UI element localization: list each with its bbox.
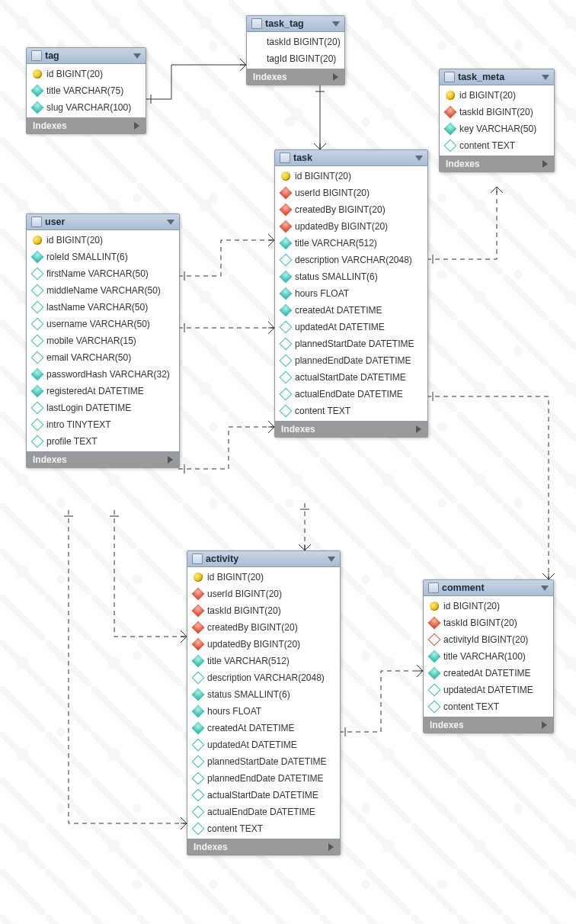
column-row[interactable]: content TEXT [187,820,340,837]
entity-header[interactable]: activity [187,551,340,567]
column-row[interactable]: taskId BIGINT(20) [247,34,344,50]
collapse-icon[interactable] [133,53,141,59]
column-row[interactable]: content TEXT [424,698,553,715]
column-text: key VARCHAR(50) [459,124,536,134]
expand-icon[interactable] [328,843,334,851]
column-row[interactable]: taskId BIGINT(20) [424,614,553,631]
column-row[interactable]: taskId BIGINT(20) [440,104,554,120]
column-row[interactable]: id BIGINT(20) [275,168,427,184]
expand-icon[interactable] [134,122,139,130]
indexes-footer[interactable]: Indexes [247,69,344,85]
indexes-footer[interactable]: Indexes [27,117,146,133]
column-row[interactable]: email VARCHAR(50) [27,349,179,366]
column-row[interactable]: activityId BIGINT(20) [424,631,553,648]
column-row[interactable]: hours FLOAT [275,285,427,302]
column-row[interactable]: title VARCHAR(512) [187,653,340,669]
column-row[interactable]: key VARCHAR(50) [440,120,554,137]
entity-task_tag[interactable]: task_tagtaskId BIGINT(20)tagId BIGINT(20… [246,15,345,85]
column-row[interactable]: userId BIGINT(20) [275,184,427,201]
column-row[interactable]: slug VARCHAR(100) [27,99,146,116]
expand-icon[interactable] [333,73,338,81]
indexes-label: Indexes [33,454,67,465]
column-row[interactable]: roleId SMALLINT(6) [27,249,179,265]
entity-header[interactable]: comment [424,580,553,596]
entity-header[interactable]: tag [27,48,146,64]
column-row[interactable]: status SMALLINT(6) [187,686,340,703]
column-row[interactable]: id BIGINT(20) [424,598,553,614]
column-row[interactable]: tagId BIGINT(20) [247,50,344,67]
column-row[interactable]: status SMALLINT(6) [275,268,427,285]
column-row[interactable]: registeredAt DATETIME [27,383,179,399]
indexes-footer[interactable]: Indexes [275,421,427,437]
column-row[interactable]: lastName VARCHAR(50) [27,299,179,316]
indexes-footer[interactable]: Indexes [27,451,179,467]
indexes-footer[interactable]: Indexes [424,717,553,733]
collapse-icon[interactable] [328,557,335,562]
column-row[interactable]: content TEXT [440,137,554,154]
entity-header[interactable]: task_meta [440,69,554,85]
column-row[interactable]: createdBy BIGINT(20) [187,619,340,636]
collapse-icon[interactable] [415,156,423,161]
column-row[interactable]: actualEndDate DATETIME [187,804,340,820]
expand-icon[interactable] [168,456,173,464]
column-row[interactable]: plannedStartDate DATETIME [187,753,340,770]
expand-icon[interactable] [542,160,548,168]
column-row[interactable]: updatedAt DATETIME [275,319,427,335]
column-row[interactable]: plannedEndDate DATETIME [187,770,340,787]
column-row[interactable]: username VARCHAR(50) [27,316,179,332]
entity-comment[interactable]: commentid BIGINT(20)taskId BIGINT(20)act… [423,579,554,733]
column-type-icon [253,54,262,63]
expand-icon[interactable] [542,721,547,729]
column-row[interactable]: actualEndDate DATETIME [275,386,427,403]
entity-task_meta[interactable]: task_metaid BIGINT(20)taskId BIGINT(20)k… [439,69,555,172]
entity-tag[interactable]: tagid BIGINT(20)title VARCHAR(75)slug VA… [26,47,146,134]
column-row[interactable]: mobile VARCHAR(15) [27,332,179,349]
column-row[interactable]: updatedAt DATETIME [424,682,553,698]
entity-task[interactable]: taskid BIGINT(20)userId BIGINT(20)create… [274,149,428,438]
column-row[interactable]: updatedBy BIGINT(20) [187,636,340,653]
column-text: plannedEndDate DATETIME [207,773,324,784]
entity-header[interactable]: task_tag [247,16,344,32]
column-row[interactable]: description VARCHAR(2048) [275,252,427,268]
indexes-footer[interactable]: Indexes [187,839,340,855]
collapse-icon[interactable] [542,75,549,80]
column-row[interactable]: lastLogin DATETIME [27,399,179,416]
column-row[interactable]: firstName VARCHAR(50) [27,265,179,282]
column-row[interactable]: id BIGINT(20) [27,66,146,82]
column-row[interactable]: title VARCHAR(100) [424,648,553,665]
column-row[interactable]: id BIGINT(20) [27,232,179,249]
column-row[interactable]: taskId BIGINT(20) [187,602,340,619]
column-text: actualEndDate DATETIME [295,389,403,399]
column-row[interactable]: id BIGINT(20) [187,569,340,586]
indexes-footer[interactable]: Indexes [440,156,554,172]
collapse-icon[interactable] [541,586,549,591]
column-row[interactable]: createdAt DATETIME [424,665,553,682]
column-row[interactable]: intro TINYTEXT [27,416,179,433]
column-row[interactable]: content TEXT [275,403,427,419]
column-row[interactable]: middleName VARCHAR(50) [27,282,179,299]
column-row[interactable]: createdAt DATETIME [275,302,427,319]
column-row[interactable]: plannedStartDate DATETIME [275,335,427,352]
column-row[interactable]: updatedAt DATETIME [187,736,340,753]
collapse-icon[interactable] [167,220,174,225]
column-row[interactable]: title VARCHAR(75) [27,82,146,99]
column-row[interactable]: plannedEndDate DATETIME [275,352,427,369]
column-row[interactable]: title VARCHAR(512) [275,235,427,252]
column-row[interactable]: createdAt DATETIME [187,720,340,736]
collapse-icon[interactable] [332,21,340,27]
column-row[interactable]: passwordHash VARCHAR(32) [27,366,179,383]
column-row[interactable]: hours FLOAT [187,703,340,720]
expand-icon[interactable] [416,425,421,433]
column-row[interactable]: actualStartDate DATETIME [275,369,427,386]
entity-header[interactable]: task [275,150,427,166]
entity-user[interactable]: userid BIGINT(20)roleId SMALLINT(6)first… [26,213,180,468]
column-row[interactable]: profile TEXT [27,433,179,450]
column-row[interactable]: updatedBy BIGINT(20) [275,218,427,235]
column-row[interactable]: userId BIGINT(20) [187,586,340,602]
column-row[interactable]: id BIGINT(20) [440,87,554,104]
entity-header[interactable]: user [27,214,179,230]
column-row[interactable]: actualStartDate DATETIME [187,787,340,804]
column-row[interactable]: createdBy BIGINT(20) [275,201,427,218]
column-row[interactable]: description VARCHAR(2048) [187,669,340,686]
entity-activity[interactable]: activityid BIGINT(20)userId BIGINT(20)ta… [187,550,341,855]
